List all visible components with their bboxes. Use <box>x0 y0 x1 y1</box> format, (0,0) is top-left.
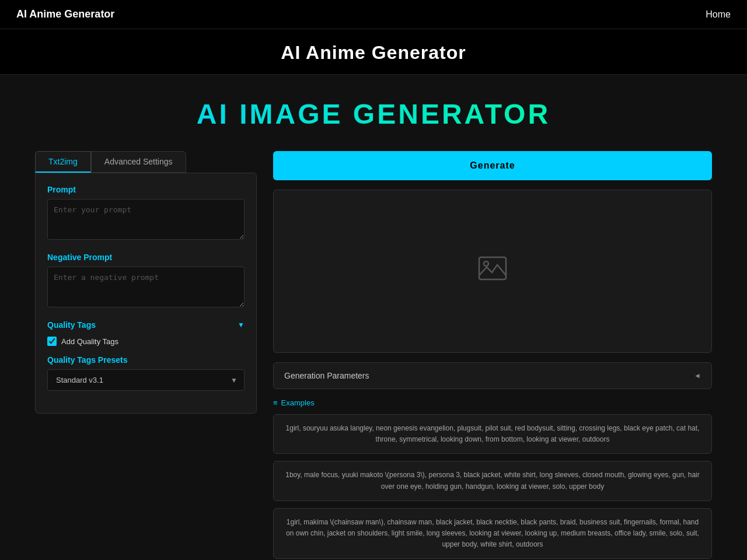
site-title-bar: AI Anime Generator <box>0 29 747 75</box>
negative-prompt-input[interactable] <box>47 267 245 307</box>
prompt-label: Prompt <box>47 185 245 194</box>
preset-select[interactable]: Standard v3.1 Standard v3.0 High Quality… <box>47 369 245 391</box>
form-panel: Prompt Negative Prompt Quality Tags ▼ <box>35 173 257 414</box>
generation-params-arrow-icon: ◄ <box>694 372 701 380</box>
image-placeholder-icon <box>477 253 508 290</box>
add-quality-tags-checkbox-label[interactable]: Add Quality Tags <box>61 337 118 346</box>
svg-point-1 <box>484 261 488 266</box>
add-quality-tags-checkbox[interactable] <box>47 337 57 346</box>
examples-header: ≡ Examples <box>273 398 712 407</box>
generation-params-bar[interactable]: Generation Parameters ◄ <box>273 362 712 389</box>
prompt-input[interactable] <box>47 199 245 240</box>
nav-brand: AI Anime Generator <box>16 8 114 20</box>
quality-tags-presets-label: Quality Tags Presets <box>47 355 245 365</box>
preset-select-wrapper: Standard v3.1 Standard v3.0 High Quality… <box>47 369 245 391</box>
example-card-1[interactable]: 1boy, male focus, yuuki makoto \(persona… <box>273 461 712 501</box>
quality-tags-header: Quality Tags ▼ <box>47 320 245 330</box>
svg-rect-0 <box>479 257 506 279</box>
negative-prompt-group: Negative Prompt <box>47 253 245 310</box>
example-card-2[interactable]: 1girl, makima \(chainsaw man\), chainsaw… <box>273 508 712 559</box>
tabs-bar: Txt2img Advanced Settings <box>35 151 257 173</box>
right-panel: Generate Generation Parameters ◄ ≡ <box>273 151 712 560</box>
image-preview <box>273 190 712 353</box>
add-quality-tags-row: Add Quality Tags <box>47 337 245 346</box>
negative-prompt-label: Negative Prompt <box>47 253 245 262</box>
example-card-0[interactable]: 1girl, souryuu asuka langley, neon genes… <box>273 414 712 454</box>
quality-tags-group: Quality Tags ▼ Add Quality Tags Quality … <box>47 320 245 391</box>
page-heading: AI IMAGE GENERATOR <box>35 98 712 130</box>
site-title: AI Anime Generator <box>0 42 747 64</box>
examples-label: Examples <box>281 398 315 407</box>
nav-home-link[interactable]: Home <box>706 9 731 20</box>
generation-params-label: Generation Parameters <box>284 371 369 380</box>
navbar: AI Anime Generator Home <box>0 0 747 29</box>
main-content: AI IMAGE GENERATOR Txt2img Advanced Sett… <box>0 75 747 560</box>
generate-button[interactable]: Generate <box>273 151 712 180</box>
quality-tags-label: Quality Tags <box>47 320 96 330</box>
two-column-layout: Txt2img Advanced Settings Prompt Negativ… <box>35 151 712 560</box>
tab-txt2img[interactable]: Txt2img <box>35 151 91 173</box>
left-panel: Txt2img Advanced Settings Prompt Negativ… <box>35 151 257 414</box>
quality-tags-chevron-icon[interactable]: ▼ <box>238 321 245 329</box>
prompt-group: Prompt <box>47 185 245 242</box>
examples-icon: ≡ <box>273 398 278 407</box>
tab-advanced-settings[interactable]: Advanced Settings <box>91 151 186 173</box>
